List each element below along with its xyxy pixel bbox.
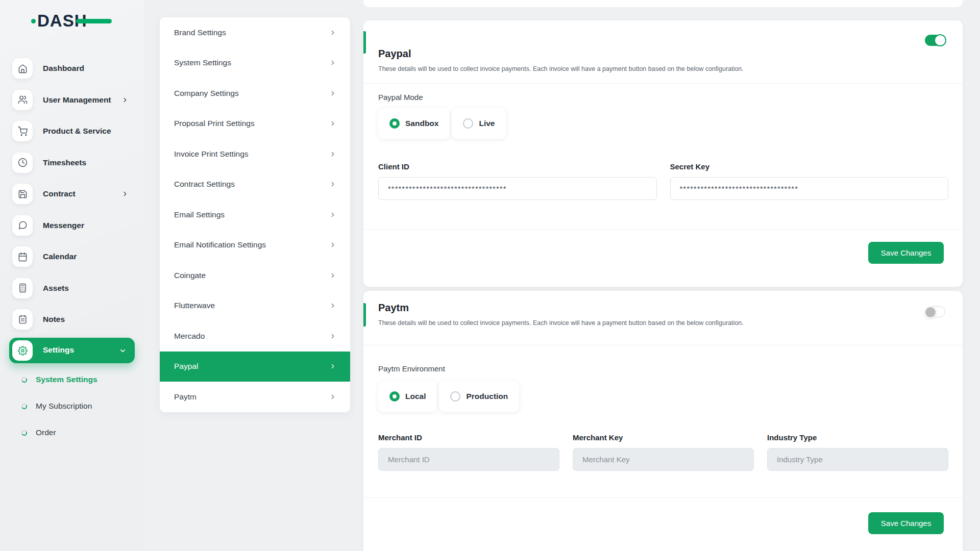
- item-icon: [12, 246, 33, 267]
- paypal-fields: Client ID Secret Key: [378, 162, 948, 200]
- paypal-mode-label: Paypal Mode: [378, 93, 423, 102]
- sidebar-item-contract[interactable]: Contract: [0, 184, 144, 204]
- settings-menu-item-invoice-print-settings[interactable]: Invoice Print Settings: [160, 139, 350, 169]
- divider: [363, 229, 963, 230]
- industry-type-field: Industry Type: [767, 433, 948, 471]
- settings-menu: Brand Settings System Settings Company S…: [160, 17, 350, 412]
- radio-option-live[interactable]: Live: [452, 108, 506, 139]
- sidebar-subitem-label: Order: [36, 428, 56, 437]
- industry-type-input[interactable]: [767, 448, 948, 471]
- item-icon: [12, 309, 33, 330]
- item-icon: [12, 58, 33, 79]
- sidebar-item-assets[interactable]: Assets: [0, 278, 144, 298]
- sidebar-item-calendar[interactable]: Calendar: [0, 246, 144, 267]
- client-id-field: Client ID: [378, 162, 657, 200]
- settings-menu-item-brand-settings[interactable]: Brand Settings: [160, 17, 350, 48]
- radio-icon: [389, 391, 400, 402]
- settings-menu-item-proposal-print-settings[interactable]: Proposal Print Settings: [160, 109, 350, 139]
- radio-option-production[interactable]: Production: [439, 381, 519, 412]
- settings-menu-item-label: Company Settings: [174, 89, 239, 98]
- settings-menu-item-label: Mercado: [174, 332, 205, 341]
- sidebar-item-label: Messenger: [43, 221, 84, 230]
- settings-menu-item-label: Paypal: [174, 362, 198, 371]
- radio-option-local[interactable]: Local: [378, 381, 437, 412]
- settings-menu-item-label: Proposal Print Settings: [174, 119, 255, 128]
- secret-key-field: Secret Key: [670, 162, 949, 200]
- paypal-save-button[interactable]: Save Changes: [868, 242, 944, 264]
- client-id-input[interactable]: [378, 177, 657, 200]
- settings-menu-item-label: Email Settings: [174, 210, 225, 219]
- logo-dot-icon: [31, 19, 36, 23]
- radio-label: Local: [405, 392, 426, 401]
- item-icon: [12, 184, 33, 204]
- sidebar-item-dashboard[interactable]: Dashboard: [0, 58, 144, 79]
- settings-menu-item-system-settings[interactable]: System Settings: [160, 48, 350, 79]
- sidebar-subitem-order[interactable]: Order: [0, 425, 144, 440]
- secret-key-input[interactable]: [670, 177, 949, 200]
- main-content: Paypal These details will be used to col…: [363, 0, 963, 551]
- sidebar-item-label: User Management: [43, 95, 111, 105]
- radio-label: Live: [479, 119, 495, 128]
- paytm-description: These details will be used to collect in…: [378, 319, 744, 327]
- chevron-right-icon: [121, 96, 129, 104]
- chevron-right-icon: [329, 333, 336, 340]
- app-logo[interactable]: DASH: [37, 11, 87, 32]
- paytm-save-button[interactable]: Save Changes: [868, 512, 944, 534]
- merchant-id-label: Merchant ID: [378, 433, 559, 442]
- chevron-right-icon: [329, 211, 336, 218]
- client-id-label: Client ID: [378, 162, 657, 171]
- sidebar-item-label: Dashboard: [43, 64, 84, 73]
- settings-menu-item-paypal[interactable]: Paypal: [160, 352, 350, 382]
- divider: [363, 83, 963, 84]
- radio-label: Production: [466, 392, 508, 401]
- item-icon: [12, 90, 33, 110]
- paytm-toggle[interactable]: [925, 306, 945, 317]
- sidebar-item-notes[interactable]: Notes: [0, 309, 144, 330]
- settings-menu-item-label: Invoice Print Settings: [174, 149, 249, 159]
- sidebar-item-messenger[interactable]: Messenger: [0, 215, 144, 236]
- settings-menu-item-paytm[interactable]: Paytm: [160, 382, 350, 412]
- settings-menu-item-label: Email Notification Settings: [174, 240, 266, 249]
- chevron-right-icon: [329, 272, 336, 279]
- sidebar-subnav: System Settings My Subscription Order: [0, 372, 144, 440]
- paypal-mode-group: Sandbox Live: [378, 108, 506, 139]
- chevron-right-icon: [329, 90, 336, 97]
- sidebar-item-product-service[interactable]: Product & Service: [0, 121, 144, 141]
- settings-menu-item-mercado[interactable]: Mercado: [160, 321, 350, 352]
- sidebar-item-user-management[interactable]: User Management: [0, 90, 144, 110]
- chevron-right-icon: [329, 363, 336, 370]
- divider: [363, 345, 963, 345]
- sidebar-nav: Dashboard User Management Product & Serv…: [0, 58, 144, 330]
- sidebar-item-timesheets[interactable]: Timesheets: [0, 153, 144, 173]
- settings-menu-item-email-notification-settings[interactable]: Email Notification Settings: [160, 230, 350, 261]
- paypal-toggle[interactable]: [925, 35, 945, 46]
- radio-label: Sandbox: [405, 119, 438, 128]
- radio-icon: [450, 391, 460, 402]
- paytm-card: Paytm These details will be used to coll…: [363, 291, 963, 551]
- radio-icon: [463, 118, 473, 129]
- chevron-right-icon: [329, 241, 336, 248]
- sidebar-subitem-system-settings[interactable]: System Settings: [0, 372, 144, 387]
- toggle-knob: [934, 34, 946, 46]
- merchant-id-input[interactable]: [378, 448, 559, 471]
- sidebar-subitem-my-subscription[interactable]: My Subscription: [0, 398, 144, 414]
- settings-menu-item-company-settings[interactable]: Company Settings: [160, 78, 350, 109]
- sidebar-item-settings[interactable]: Settings: [9, 338, 135, 363]
- sidebar-item-label: Contract: [43, 189, 76, 198]
- settings-menu-item-email-settings[interactable]: Email Settings: [160, 199, 350, 230]
- merchant-key-input[interactable]: [573, 448, 754, 471]
- toggle-knob: [924, 306, 937, 318]
- chevron-right-icon: [329, 393, 336, 400]
- item-icon: [12, 278, 33, 298]
- settings-menu-item-label: Paytm: [174, 392, 197, 402]
- sidebar-item-label: Notes: [43, 315, 65, 324]
- settings-menu-item-coingate[interactable]: Coingate: [160, 260, 350, 291]
- radio-option-sandbox[interactable]: Sandbox: [378, 108, 450, 139]
- accent-bar: [363, 303, 366, 327]
- settings-menu-item-flutterwave[interactable]: Flutterwave: [160, 291, 350, 321]
- sidebar-item-label: Product & Service: [43, 127, 111, 136]
- item-icon: [12, 153, 33, 173]
- secret-key-label: Secret Key: [670, 162, 949, 171]
- settings-menu-item-contract-settings[interactable]: Contract Settings: [160, 169, 350, 200]
- logo-dash-icon: [76, 19, 112, 23]
